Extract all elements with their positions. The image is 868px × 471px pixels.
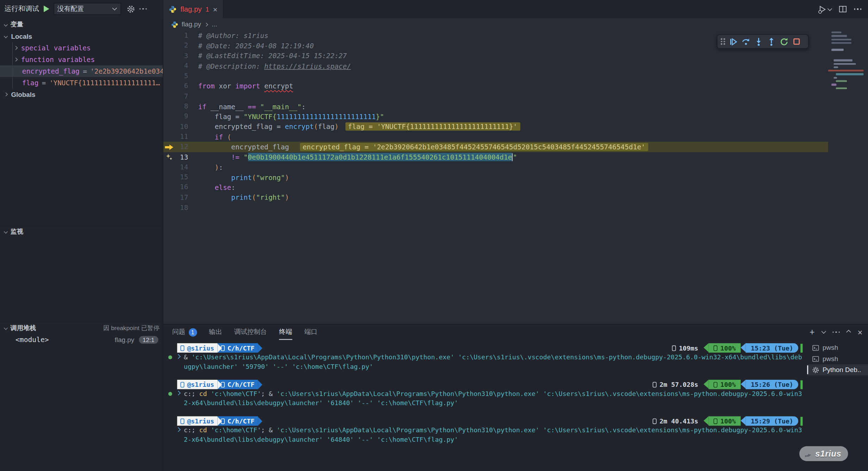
variable-row[interactable]: Locals [0,30,163,42]
code-line[interactable]: 3# @LastEditTime: 2025-04-15 15:22:27 [163,51,828,61]
panel-tab-端口[interactable]: 端口 [304,324,317,340]
code-editor[interactable]: 1# @Author: s1rius2# @Date: 2025-04-08 1… [163,30,868,324]
gutter[interactable]: 8 [163,101,198,112]
code-line[interactable]: 8if __name__ == "__main__": [163,101,828,112]
code-line[interactable]: 9 flag = "YNUCTF{11111111111111111111111… [163,111,828,122]
gutter[interactable]: 2 [163,41,198,51]
split-editor-icon[interactable] [838,5,847,13]
variable-name: flag [22,79,39,87]
minimap[interactable] [828,32,868,131]
code-token: ( [252,173,256,182]
panel-tab-label: 端口 [304,328,317,336]
code-line[interactable]: 13 != "0e0b1900440b1e4511172a0d1b1228111… [163,152,828,162]
code-line[interactable]: 10 encrypted_flag = encrypt(flag)flag = … [163,122,828,132]
code-line[interactable]: 18 [163,203,828,213]
gutter[interactable]: 18 [163,203,198,213]
gutter[interactable]: 12 [163,142,198,152]
missing-glyph-icon [180,418,184,424]
code-line[interactable]: 11 if ( [163,132,828,142]
variable-value: '2e2b3920642b1e034… [90,67,163,75]
terminal-token: 'c:\home\CTF' [211,390,261,397]
step-over-icon[interactable] [741,37,751,46]
start-debug-icon[interactable] [43,6,49,12]
code-line[interactable]: 14 ): [163,162,828,172]
panel-tabbar: 问题1输出调试控制台终端端口 [163,324,868,340]
terminal-tab-pwsh[interactable]: pwsh [807,342,868,353]
gutter[interactable]: 1 [163,30,198,41]
continue-icon[interactable] [728,37,738,46]
gutter[interactable]: 9 [163,111,198,122]
sparkle-icon[interactable] [166,153,173,160]
terminal-tab-Python Deb..[interactable]: Python Deb.. [807,364,868,375]
gear-icon[interactable] [126,5,135,13]
breadcrumb[interactable]: flag.py ... [163,18,868,31]
variable-row[interactable]: function variables [0,54,163,65]
callstack-frame[interactable]: <module>flag.py12:1 [0,334,163,346]
panel-tab-调试控制台[interactable]: 调试控制台 [234,324,267,340]
gutter[interactable]: 10 [163,122,198,132]
missing-glyph-icon [653,382,657,387]
maximize-panel-icon[interactable] [847,330,851,334]
code-line[interactable]: 7 [163,91,828,101]
code-line[interactable]: 5 [163,71,828,81]
step-out-icon[interactable] [767,37,776,46]
terminal-dropdown-icon[interactable] [821,329,826,334]
gutter[interactable]: 3 [163,51,198,61]
gutter[interactable]: 14 [163,162,198,172]
code-line[interactable]: 16 else: [163,182,828,193]
new-terminal-icon[interactable]: + [810,328,815,336]
gutter[interactable]: 13 [163,152,198,162]
equals-sign: = [83,67,87,75]
code-token: if [198,102,206,111]
gutter[interactable]: 16 [163,182,198,193]
code-line[interactable]: 6from xor import encrypt [163,81,828,91]
prompt-cwd-segment: C/h/CTF [217,416,258,426]
more-actions-icon[interactable] [832,331,840,333]
code-line[interactable]: 17 print("right") [163,192,828,203]
code-token: : [219,163,223,172]
panel-tab-输出[interactable]: 输出 [209,324,222,340]
terminal-command-block[interactable]: @s1riusC/h/CTF2m 40.413s100%15:29 (Tue)c… [163,416,807,444]
variable-row[interactable]: special variables [0,42,163,54]
terminal-tab-pwsh[interactable]: pwsh [807,353,868,364]
terminal[interactable]: @s1riusC/h/CTF109ms100%15:23 (Tue)& 'c:\… [163,340,807,471]
step-into-icon[interactable] [754,37,763,46]
close-panel-icon[interactable]: × [857,328,862,336]
gutter[interactable]: 11 [163,132,198,142]
tab-error-count: 1 [205,6,209,12]
close-icon[interactable]: × [213,5,218,13]
code-token: # @Description: [198,62,265,70]
watch-header[interactable]: 监视 [0,225,163,238]
gutter[interactable]: 6 [163,81,198,91]
variable-row[interactable]: flag='YNUCTF{111111111111111111… [0,77,163,88]
code-token [260,82,264,91]
prompt-user: @s1rius [187,417,214,425]
variables-header[interactable]: 变量 [0,18,163,31]
terminal-command-block[interactable]: @s1riusC/h/CTF2m 57.028s100%15:26 (Tue)c… [163,380,807,408]
restart-icon[interactable] [780,37,789,46]
gutter[interactable]: 7 [163,91,198,101]
tab-flag-py[interactable]: flag.py 1 × [163,0,224,18]
variable-row[interactable]: encrypted_flag='2e2b3920642b1e034… [0,65,163,77]
more-actions-icon[interactable] [854,8,861,10]
code-line[interactable]: 12 encrypted_flag encrypted_flag = '2e2b… [163,142,828,152]
gutter[interactable]: 17 [163,192,198,203]
terminal-icon [812,344,819,351]
drag-grip-icon[interactable] [721,38,725,45]
terminal-icon [812,355,819,362]
code-line[interactable]: 4# @Description: https://s1rius.space/ [163,61,828,71]
code-line[interactable]: 15 print("wrong") [163,172,828,182]
stop-icon[interactable] [792,37,801,46]
variable-row[interactable]: Globals [0,88,163,100]
gutter[interactable]: 15 [163,172,198,182]
panel-tab-终端[interactable]: 终端 [279,324,292,340]
run-python-file-icon[interactable] [817,5,831,13]
callstack-header[interactable]: 调用堆栈 因 breakpoint 已暂停 [0,322,163,334]
gutter[interactable]: 4 [163,61,198,71]
more-actions-icon[interactable] [139,8,147,10]
panel-tab-问题[interactable]: 问题1 [172,324,197,340]
gutter[interactable]: 5 [163,71,198,81]
callstack-title: 调用堆栈 [11,324,36,332]
debug-config-select[interactable]: 没有配置 [54,3,121,15]
terminal-command-block[interactable]: @s1riusC/h/CTF109ms100%15:23 (Tue)& 'c:\… [163,343,807,371]
